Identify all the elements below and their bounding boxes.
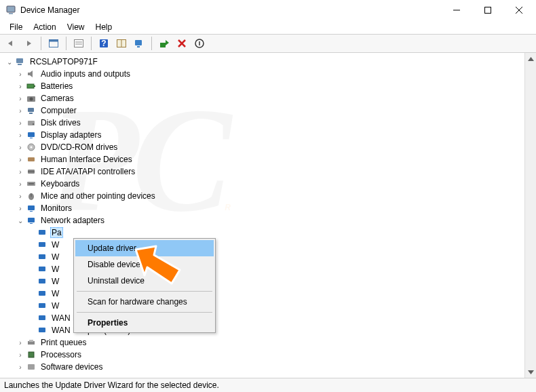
expand-icon[interactable]: › <box>15 178 26 189</box>
svg-rect-15 <box>135 40 142 45</box>
close-button[interactable] <box>503 0 535 20</box>
toolbar: ? <box>0 34 536 53</box>
cpu-icon <box>26 349 37 360</box>
tree-item[interactable]: ›Mice and other pointing devices <box>1 190 524 202</box>
properties-button[interactable] <box>71 35 87 52</box>
tree-item[interactable]: ›Software devices <box>1 361 524 373</box>
display-icon <box>26 130 37 140</box>
tree-item[interactable]: ›Cameras <box>1 92 524 104</box>
menu-view[interactable]: View <box>62 21 90 33</box>
tree-root[interactable]: ⌄ RCSLAPTOP971F <box>1 56 524 68</box>
tree-item[interactable]: ›Human Interface Devices <box>1 153 524 165</box>
update-driver-button[interactable] <box>156 35 172 52</box>
svg-rect-22 <box>18 64 22 65</box>
mouse-icon <box>26 191 37 201</box>
maximize-button[interactable] <box>472 0 503 20</box>
keyboard-icon <box>26 178 37 189</box>
expand-icon[interactable]: › <box>15 130 26 140</box>
expand-icon[interactable]: › <box>15 68 26 79</box>
svg-rect-35 <box>28 157 35 161</box>
tree-item[interactable]: ›Keyboards <box>1 178 524 190</box>
tree-item[interactable]: ›IDE ATA/ATAPI controllers <box>1 165 524 178</box>
tree-item[interactable]: ›Batteries <box>1 80 524 92</box>
scan-hardware-button[interactable] <box>131 35 147 52</box>
context-menu: Update driver Disable device Uninstall d… <box>73 238 216 333</box>
tree-item[interactable]: ›Disk drives <box>1 117 524 129</box>
toolbar-separator <box>91 37 92 50</box>
menu-action[interactable]: Action <box>28 21 61 33</box>
adapter-icon <box>37 264 47 275</box>
svg-rect-42 <box>28 205 35 210</box>
tree-item[interactable]: ›DVD/CD-ROM drives <box>1 141 524 153</box>
ctx-scan-hardware[interactable]: Scan for hardware changes <box>75 294 214 310</box>
svg-rect-48 <box>39 254 45 259</box>
minimize-button[interactable] <box>441 0 472 20</box>
expand-icon[interactable]: › <box>15 349 26 360</box>
tree-root-label: RCSLAPTOP971F <box>28 56 99 67</box>
expand-icon[interactable]: › <box>15 81 26 92</box>
expand-icon[interactable]: › <box>15 191 26 201</box>
ctx-uninstall-device[interactable]: Uninstall device <box>75 273 214 289</box>
expand-icon[interactable]: › <box>15 93 26 104</box>
svg-rect-54 <box>39 328 45 332</box>
network-icon <box>26 215 37 226</box>
menu-bar: File Action View Help <box>0 20 536 34</box>
hid-icon <box>26 154 37 165</box>
tree-item[interactable]: ›Print queues <box>1 336 524 349</box>
expand-icon[interactable]: › <box>15 142 26 153</box>
tree-item[interactable]: ›Audio inputs and outputs <box>1 68 524 80</box>
expand-icon[interactable]: › <box>15 166 26 177</box>
app-icon <box>5 5 16 16</box>
scroll-down-button[interactable] <box>525 366 536 378</box>
menu-help[interactable]: Help <box>90 21 118 33</box>
computer-icon <box>26 105 37 116</box>
svg-rect-51 <box>39 291 45 296</box>
tree-item[interactable]: ›Computer <box>1 104 524 117</box>
uninstall-device-button[interactable] <box>174 35 190 52</box>
tree-subitem[interactable]: Pa <box>1 227 524 239</box>
status-text: Launches the Update Driver Wizard for th… <box>4 380 219 390</box>
disable-device-button[interactable] <box>191 35 208 52</box>
ctx-disable-device[interactable]: Disable device <box>75 256 214 273</box>
expand-icon[interactable]: › <box>15 105 26 116</box>
battery-icon <box>26 81 37 92</box>
expand-icon[interactable]: › <box>15 361 26 372</box>
back-button[interactable] <box>3 35 19 52</box>
help-button[interactable]: ? <box>96 35 112 52</box>
collapse-icon[interactable]: ⌄ <box>15 215 26 226</box>
adapter-icon <box>37 252 47 262</box>
window-title: Device Manager <box>20 5 441 15</box>
expand-icon[interactable]: › <box>15 154 26 165</box>
tree-item[interactable]: ›Processors <box>1 349 524 361</box>
ctx-update-driver[interactable]: Update driver <box>75 240 214 256</box>
computer-icon <box>15 56 26 67</box>
svg-rect-29 <box>28 121 35 125</box>
scroll-up-button[interactable] <box>525 53 536 64</box>
collapse-icon[interactable]: ⌄ <box>4 56 15 67</box>
svg-rect-32 <box>30 138 33 138</box>
toolbar-separator <box>66 37 66 50</box>
svg-rect-31 <box>28 132 35 137</box>
svg-rect-58 <box>28 364 35 370</box>
dvd-icon <box>26 142 37 153</box>
toolbar-separator <box>41 37 41 50</box>
expand-icon[interactable]: › <box>15 117 26 128</box>
show-hidden-button[interactable] <box>45 35 62 52</box>
vertical-scrollbar[interactable] <box>524 53 536 378</box>
adapter-icon <box>37 288 47 299</box>
svg-rect-8 <box>75 40 83 47</box>
action-panel-button[interactable] <box>113 35 130 52</box>
svg-point-34 <box>31 146 33 149</box>
tree-item[interactable]: ›Display adapters <box>1 129 524 141</box>
printer-icon <box>26 337 37 348</box>
svg-rect-44 <box>28 218 35 222</box>
forward-button[interactable] <box>20 35 37 52</box>
menu-file[interactable]: File <box>4 21 28 33</box>
svg-rect-0 <box>7 6 15 12</box>
tree-item[interactable]: ›Monitors <box>1 202 524 214</box>
ctx-properties[interactable]: Properties <box>75 315 214 331</box>
expand-icon[interactable]: › <box>15 203 26 214</box>
audio-icon <box>26 68 37 79</box>
tree-item[interactable]: ⌄Network adapters <box>1 214 524 227</box>
expand-icon[interactable]: › <box>15 337 26 348</box>
